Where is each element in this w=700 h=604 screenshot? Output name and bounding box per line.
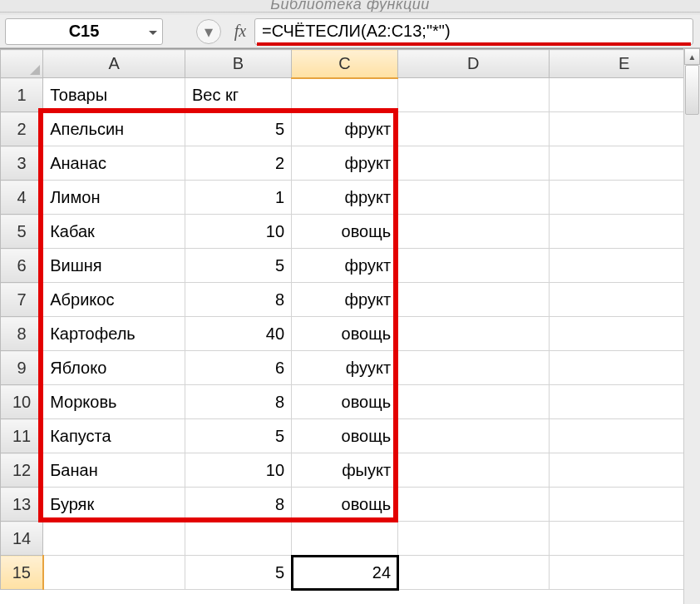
cell-A14[interactable]: [43, 522, 185, 556]
cell-C9[interactable]: фуукт: [292, 351, 398, 385]
cell-C15[interactable]: 24: [292, 556, 398, 590]
column-header-B[interactable]: B: [185, 50, 291, 78]
column-header-C[interactable]: C: [292, 50, 398, 78]
cell-C1[interactable]: [292, 78, 398, 112]
cell-B15[interactable]: 5: [185, 556, 291, 590]
cell-E8[interactable]: [549, 317, 699, 351]
name-box[interactable]: C15: [5, 18, 163, 45]
cell-A10[interactable]: Морковь: [43, 385, 185, 419]
cell-D10[interactable]: [398, 385, 549, 419]
cell-A11[interactable]: Капуста: [43, 419, 185, 453]
cell-D14[interactable]: [398, 522, 549, 556]
cell-B10[interactable]: 8: [185, 385, 291, 419]
cell-C11[interactable]: овощь: [292, 419, 398, 453]
cell-E11[interactable]: [549, 419, 699, 453]
select-all-corner[interactable]: [1, 50, 43, 78]
row-header-2[interactable]: 2: [1, 112, 43, 146]
row-header-9[interactable]: 9: [1, 351, 43, 385]
column-header-E[interactable]: E: [549, 50, 699, 78]
cell-E4[interactable]: [549, 181, 699, 215]
cell-B4[interactable]: 1: [185, 181, 291, 215]
cell-D3[interactable]: [398, 146, 549, 181]
cell-D12[interactable]: [398, 453, 549, 488]
cell-D6[interactable]: [398, 249, 549, 283]
row-header-14[interactable]: 14: [1, 522, 43, 556]
cell-B3[interactable]: 2: [185, 146, 291, 181]
cell-E7[interactable]: [549, 283, 699, 317]
cell-E1[interactable]: [549, 78, 699, 112]
cell-B12[interactable]: 10: [185, 453, 291, 488]
cell-C5[interactable]: овощь: [292, 215, 398, 249]
cell-B11[interactable]: 5: [185, 419, 291, 453]
cell-C6[interactable]: фрукт: [292, 249, 398, 283]
cell-A9[interactable]: Яблоко: [43, 351, 185, 385]
cell-B13[interactable]: 8: [185, 488, 291, 522]
cell-E10[interactable]: [549, 385, 699, 419]
grid[interactable]: ABCDE1ТоварыВес кг2Апельсин5фрукт3Ананас…: [0, 49, 700, 590]
vertical-scrollbar[interactable]: ▲: [683, 48, 700, 604]
cell-E14[interactable]: [549, 522, 699, 556]
row-header-5[interactable]: 5: [1, 215, 43, 249]
row-header-12[interactable]: 12: [1, 453, 43, 488]
cell-C12[interactable]: фыукт: [292, 453, 398, 488]
cell-A2[interactable]: Апельсин: [43, 112, 185, 146]
cell-A8[interactable]: Картофель: [43, 317, 185, 351]
cell-D13[interactable]: [398, 488, 549, 522]
cell-A13[interactable]: Буряк: [43, 488, 185, 522]
scroll-up-button[interactable]: ▲: [684, 48, 700, 65]
cell-C13[interactable]: овощь: [292, 488, 398, 522]
cell-A1[interactable]: Товары: [43, 78, 185, 112]
cell-E12[interactable]: [549, 453, 699, 488]
cell-D4[interactable]: [398, 181, 549, 215]
cell-C3[interactable]: фрукт: [292, 146, 398, 181]
cell-E3[interactable]: [549, 146, 699, 181]
cell-E9[interactable]: [549, 351, 699, 385]
row-header-15[interactable]: 15: [1, 556, 43, 590]
cell-D7[interactable]: [398, 283, 549, 317]
cell-A5[interactable]: Кабак: [43, 215, 185, 249]
cell-D9[interactable]: [398, 351, 549, 385]
cell-B5[interactable]: 10: [185, 215, 291, 249]
cell-E6[interactable]: [549, 249, 699, 283]
cell-E5[interactable]: [549, 215, 699, 249]
column-header-A[interactable]: A: [43, 50, 185, 78]
row-header-7[interactable]: 7: [1, 283, 43, 317]
cell-B8[interactable]: 40: [185, 317, 291, 351]
column-header-D[interactable]: D: [398, 50, 549, 78]
cell-B7[interactable]: 8: [185, 283, 291, 317]
row-header-1[interactable]: 1: [1, 78, 43, 112]
formula-bar[interactable]: =СЧЁТЕСЛИ(A2:C13;"*"): [254, 18, 693, 45]
cell-C7[interactable]: фрукт: [292, 283, 398, 317]
cell-D15[interactable]: [398, 556, 549, 590]
cell-A4[interactable]: Лимон: [43, 181, 185, 215]
cell-D2[interactable]: [398, 112, 549, 146]
cell-C14[interactable]: [292, 522, 398, 556]
cell-B1[interactable]: Вес кг: [185, 78, 291, 112]
scroll-thumb[interactable]: [685, 65, 699, 115]
cancel-formula-button[interactable]: ▾: [196, 19, 221, 44]
row-header-11[interactable]: 11: [1, 419, 43, 453]
row-header-13[interactable]: 13: [1, 488, 43, 522]
cell-D1[interactable]: [398, 78, 549, 112]
cell-E15[interactable]: [549, 556, 699, 590]
cell-A3[interactable]: Ананас: [43, 146, 185, 181]
cell-D11[interactable]: [398, 419, 549, 453]
cell-A15[interactable]: [43, 556, 185, 590]
worksheet[interactable]: ABCDE1ТоварыВес кг2Апельсин5фрукт3Ананас…: [0, 48, 700, 604]
cell-D5[interactable]: [398, 215, 549, 249]
cell-D8[interactable]: [398, 317, 549, 351]
row-header-6[interactable]: 6: [1, 249, 43, 283]
row-header-3[interactable]: 3: [1, 146, 43, 181]
cell-E13[interactable]: [549, 488, 699, 522]
cell-B6[interactable]: 5: [185, 249, 291, 283]
cell-A12[interactable]: Банан: [43, 453, 185, 488]
cell-B2[interactable]: 5: [185, 112, 291, 146]
cell-A6[interactable]: Вишня: [43, 249, 185, 283]
cell-A7[interactable]: Абрикос: [43, 283, 185, 317]
cell-C10[interactable]: овощь: [292, 385, 398, 419]
row-header-8[interactable]: 8: [1, 317, 43, 351]
cell-C8[interactable]: овощь: [292, 317, 398, 351]
cell-C4[interactable]: фрукт: [292, 181, 398, 215]
cell-B14[interactable]: [185, 522, 291, 556]
cell-C2[interactable]: фрукт: [292, 112, 398, 146]
